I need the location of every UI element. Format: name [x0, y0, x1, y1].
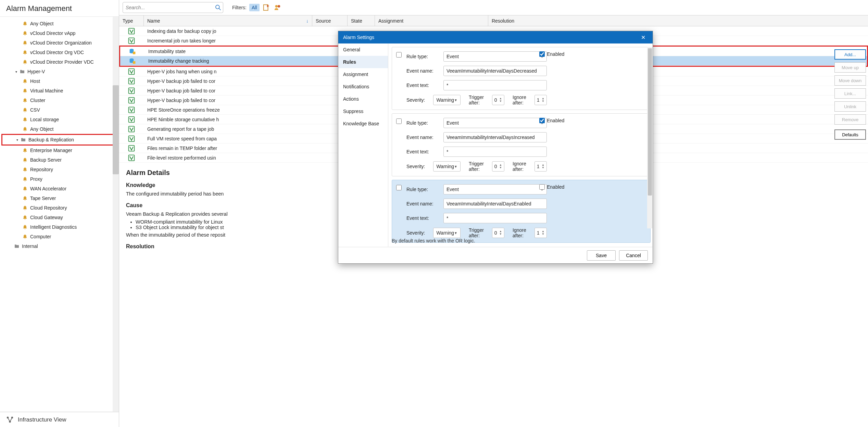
bell-icon: [22, 117, 28, 122]
dialog-nav: GeneralRulesAssignmentNotificationsActio…: [338, 43, 388, 247]
infrastructure-view[interactable]: Infrastructure View: [0, 412, 119, 427]
tree-item[interactable]: vCloud Director Org VDC: [0, 48, 119, 57]
tree-item[interactable]: Repository: [0, 165, 119, 174]
tree-item[interactable]: Proxy: [0, 174, 119, 184]
rule-type-combo[interactable]: Event▼: [443, 118, 547, 128]
chevron-down-icon[interactable]: ▾: [14, 69, 18, 74]
rule-block[interactable]: Rule type: Event▼ Event name: VeeamImmut…: [392, 47, 651, 110]
ignore-after-spinner[interactable]: 1▲▼: [534, 228, 547, 238]
rule-select-checkbox[interactable]: [396, 118, 402, 124]
move-up-button[interactable]: Move up: [834, 62, 866, 73]
nav-tree[interactable]: Any ObjectvCloud Director vAppvCloud Dir…: [0, 16, 119, 412]
tree-item[interactable]: ▾Hyper-V: [0, 67, 119, 76]
save-button[interactable]: Save: [587, 250, 616, 261]
trigger-after-spinner[interactable]: 0▲▼: [492, 228, 504, 238]
tree-item[interactable]: WAN Accelerator: [0, 184, 119, 193]
dialog-nav-item[interactable]: Suppress: [338, 105, 388, 117]
tree-item[interactable]: vCloud Director vApp: [0, 28, 119, 38]
remove-button[interactable]: Remove: [834, 114, 866, 125]
dialog-titlebar[interactable]: Alarm Settings ✕: [338, 31, 653, 43]
tree-item[interactable]: Cloud Gateway: [0, 213, 119, 222]
dialog-content: Rule type: Event▼ Event name: VeeamImmut…: [388, 43, 653, 247]
col-name[interactable]: Name↓: [144, 15, 312, 26]
tree-item[interactable]: Computer: [0, 232, 119, 241]
tree-item[interactable]: vCloud Director Provider VDC: [0, 57, 119, 67]
rule-block[interactable]: Rule type: Event▼ Event name: VeeamImmut…: [392, 180, 651, 243]
nav-scrollbar[interactable]: [113, 17, 119, 412]
col-assignment[interactable]: Assignment: [375, 15, 488, 26]
col-source[interactable]: Source: [312, 15, 348, 26]
col-state[interactable]: State: [348, 15, 375, 26]
dialog-nav-item[interactable]: Notifications: [338, 80, 388, 93]
close-icon[interactable]: ✕: [638, 33, 648, 42]
filter-user-icon[interactable]: [273, 4, 281, 11]
enabled-checkbox[interactable]: [539, 51, 545, 57]
severity-combo[interactable]: Warning▼: [433, 161, 461, 172]
rule-select-checkbox[interactable]: [396, 185, 402, 190]
tree-item[interactable]: Cloud Repository: [0, 203, 119, 213]
severity-combo[interactable]: Warning▼: [433, 228, 461, 238]
dialog-nav-item[interactable]: Assignment: [338, 68, 388, 80]
enabled-checkbox[interactable]: [539, 184, 545, 190]
tree-item-label: Host: [30, 78, 40, 84]
search-field[interactable]: [123, 5, 213, 10]
nav-scroll-thumb[interactable]: [113, 85, 119, 174]
dialog-nav-item[interactable]: General: [338, 43, 388, 56]
link-button[interactable]: Link...: [834, 88, 866, 99]
severity-combo[interactable]: Warning▼: [433, 95, 461, 105]
ignore-after-label: Ignore after:: [513, 161, 526, 172]
chevron-down-icon[interactable]: ▾: [15, 137, 20, 142]
unlink-button[interactable]: Unlink: [834, 101, 866, 112]
rule-select-checkbox[interactable]: [396, 52, 402, 58]
dialog-nav-item[interactable]: Knowledge Base: [338, 117, 388, 130]
tree-item[interactable]: Cluster: [0, 96, 119, 105]
col-type[interactable]: Type: [119, 15, 144, 26]
search-input[interactable]: [123, 2, 223, 13]
tree-item[interactable]: Internal: [0, 241, 119, 251]
search-icon[interactable]: [213, 4, 223, 11]
tree-item[interactable]: Local storage: [0, 115, 119, 124]
trigger-after-spinner[interactable]: 0▲▼: [492, 161, 504, 172]
tree-item[interactable]: Virtual Machine: [0, 86, 119, 96]
tree-item[interactable]: Host: [0, 76, 119, 86]
tree-item[interactable]: CSV: [0, 105, 119, 115]
tree-item-label: Any Object: [30, 126, 53, 132]
tree-item-label: Cloud Repository: [30, 205, 67, 211]
enabled-checkbox[interactable]: [539, 118, 545, 123]
rule-type-combo[interactable]: Event▼: [443, 51, 547, 62]
tree-item[interactable]: ▾Backup & Replication: [15, 135, 116, 145]
tree-item[interactable]: Any Object: [0, 19, 119, 28]
trigger-after-spinner[interactable]: 0▲▼: [492, 95, 504, 105]
dialog-nav-item[interactable]: Actions: [338, 93, 388, 105]
event-text-input[interactable]: *: [443, 147, 547, 157]
tree-item[interactable]: vCloud Director Organization: [0, 38, 119, 48]
rule-block[interactable]: Rule type: Event▼ Event name: VeeamImmut…: [392, 113, 651, 176]
cancel-button[interactable]: Cancel: [619, 250, 648, 261]
tree-item-label: vCloud Director Provider VDC: [30, 59, 94, 65]
chevron-down-icon: ▼: [454, 165, 457, 168]
bell-icon: [22, 88, 28, 93]
event-text-input[interactable]: *: [443, 213, 547, 223]
ignore-after-spinner[interactable]: 1▲▼: [534, 161, 547, 172]
rule-type-combo[interactable]: Event▼: [443, 184, 547, 194]
ignore-after-spinner[interactable]: 1▲▼: [534, 95, 547, 105]
tree-item[interactable]: Enterprise Manager: [0, 146, 119, 155]
filter-predefined-icon[interactable]: [262, 4, 271, 11]
tree-item[interactable]: Any Object: [0, 124, 119, 134]
rules-scroll-thumb[interactable]: [648, 48, 652, 196]
col-resolution[interactable]: Resolution: [488, 15, 868, 26]
event-name-input[interactable]: VeeamImmutabilityIntervalDaysIncreased: [443, 132, 547, 142]
tree-item[interactable]: Backup Server: [0, 155, 119, 165]
move-down-button[interactable]: Move down: [834, 75, 866, 86]
event-name-input[interactable]: VeeamImmutabilityIntervalDaysDecreased: [443, 66, 547, 76]
tree-item-label: Local storage: [30, 117, 59, 122]
defaults-button[interactable]: Defaults: [834, 129, 866, 140]
rules-scrollbar[interactable]: [647, 47, 653, 228]
dialog-nav-item[interactable]: Rules: [338, 56, 388, 68]
tree-item[interactable]: Tape Server: [0, 193, 119, 203]
filter-all[interactable]: All: [249, 4, 260, 11]
event-text-input[interactable]: *: [443, 80, 547, 90]
event-name-input[interactable]: VeeamImmutabilityIntervalDaysEnabled: [443, 199, 547, 209]
tree-item[interactable]: Intelligent Diagnostics: [0, 222, 119, 232]
add-button[interactable]: Add...: [834, 49, 866, 60]
